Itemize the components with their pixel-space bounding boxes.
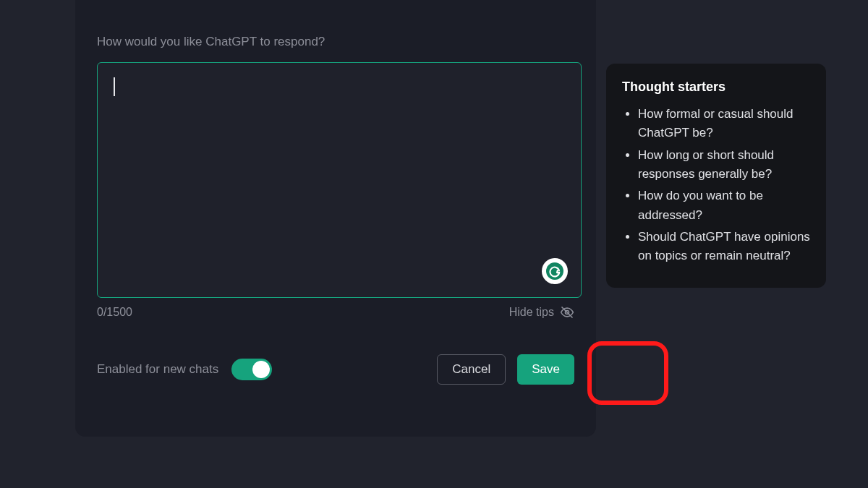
enabled-new-chats-label: Enabled for new chats: [97, 362, 218, 377]
char-counter: 0/1500: [97, 306, 132, 319]
dialog-footer: Enabled for new chats Cancel Save: [97, 354, 574, 385]
custom-instructions-dialog: How would you like ChatGPT to respond? 0…: [75, 0, 596, 437]
eye-off-icon: [560, 305, 574, 320]
grammarly-icon[interactable]: [542, 258, 568, 284]
save-button[interactable]: Save: [517, 354, 574, 385]
cancel-button[interactable]: Cancel: [437, 354, 506, 385]
toggle-knob: [252, 361, 270, 378]
hide-tips-button[interactable]: Hide tips: [509, 305, 574, 320]
textarea-footer-row: 0/1500 Hide tips: [97, 305, 574, 320]
list-item: How do you want to be addressed?: [638, 187, 810, 225]
thought-starters-list: How formal or casual should ChatGPT be? …: [622, 105, 810, 266]
text-cursor: [114, 77, 115, 96]
list-item: How formal or casual should ChatGPT be?: [638, 105, 810, 143]
response-textarea-wrap[interactable]: [97, 62, 582, 298]
enabled-new-chats-toggle[interactable]: [231, 359, 272, 380]
thought-starters-title: Thought starters: [622, 80, 810, 95]
list-item: How long or short should responses gener…: [638, 146, 810, 184]
hide-tips-label: Hide tips: [509, 306, 554, 319]
list-item: Should ChatGPT have opinions on topics o…: [638, 228, 810, 266]
response-prompt-label: How would you like ChatGPT to respond?: [97, 35, 574, 49]
thought-starters-panel: Thought starters How formal or casual sh…: [606, 64, 826, 288]
response-textarea[interactable]: [98, 63, 581, 297]
save-button-annotation: [587, 341, 668, 405]
